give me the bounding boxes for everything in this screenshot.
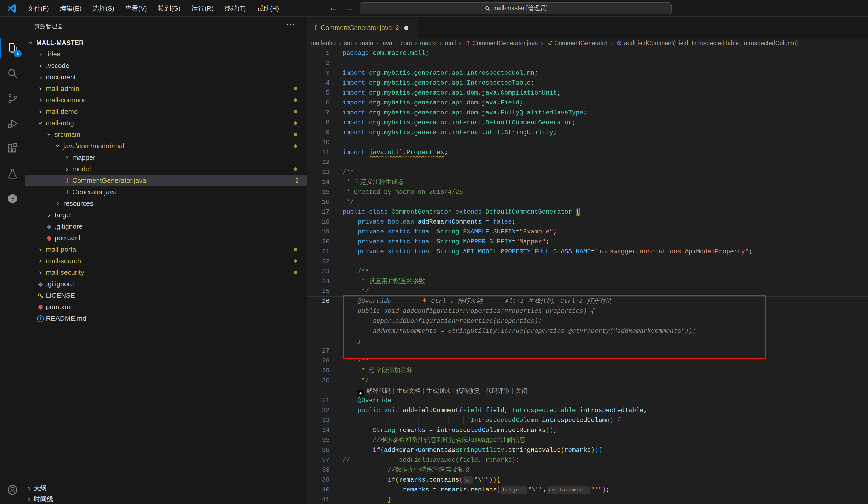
code-line-8[interactable]: 8import org.mybatis.generator.internal.D… [307,118,868,128]
menu-item[interactable]: 帮助(H) [251,0,285,17]
account-icon[interactable] [0,477,25,502]
code-line-20[interactable]: 20 private static final String MAPPER_SU… [307,237,868,247]
nav-back-button[interactable]: ← [327,0,339,16]
tree-item-license[interactable]: LICENSE [25,290,307,301]
code-line-17[interactable]: 17public class CommentGenerator extends … [307,207,868,217]
code-line-40[interactable]: 40 remarks = remarks.replace(target:"\""… [307,485,868,495]
code-line-31[interactable]: 31 @Override [307,395,868,405]
nav-forward-button[interactable]: → [343,0,355,16]
tree-item-java-com-macro-mall[interactable]: ›java\com\macro\mall [25,140,307,152]
code-line-36[interactable]: 36 if(addRemarkComments&&StringUtility.s… [307,445,868,455]
codelens-action[interactable]: 解释代码 [366,387,391,394]
tree-item-generator.java[interactable]: JGenerator.java [25,186,307,198]
code-line-15[interactable]: 15 * Created by macro on 2018/4/26. [307,187,868,197]
code-line-3[interactable]: 3import org.mybatis.generator.api.Intros… [307,68,868,78]
code-line-19[interactable]: 19 private static final String EXAMPLE_S… [307,227,868,237]
breadcrumb-item[interactable]: src [344,40,352,47]
code-line-5[interactable]: 5import org.mybatis.generator.api.dom.ja… [307,88,868,98]
code-line-24[interactable]: 24 * 设置用户配置的参数 [307,277,868,287]
code-line-30[interactable]: 30 */ [307,376,868,386]
tree-item-src-main[interactable]: ›src\main [25,129,307,140]
codelens-action[interactable]: 代码评审 [486,387,510,394]
tree-item-mall-security[interactable]: ›mall-security [25,267,307,278]
code-line-23[interactable]: 23 /** [307,267,868,277]
code-line-22[interactable]: 22 [307,257,868,267]
code-line-7[interactable]: 7import org.mybatis.generator.api.dom.ja… [307,108,868,118]
code-line-34[interactable]: 34 String remarks = introspectedColumn.g… [307,425,868,435]
code-line-11[interactable]: 11import java.util.Properties; [307,147,868,157]
menu-item[interactable]: 终端(T) [219,0,251,17]
menu-item[interactable]: 转到(G) [153,0,186,17]
source-control-icon[interactable] [0,86,25,111]
tree-item-target[interactable]: ›target [25,209,307,221]
tree-item-pom.xml[interactable]: pom.xml [25,232,307,244]
code-line-29[interactable]: 29 * 给字段添加注释 [307,366,868,376]
timeline-section[interactable]: ›时间线 [25,494,307,504]
code-line-9[interactable]: 9import org.mybatis.generator.internal.u… [307,128,868,137]
extensions-icon[interactable] [0,136,25,161]
search-icon[interactable] [0,61,25,86]
ai-extension-icon[interactable] [0,186,25,211]
code-line-13[interactable]: 13/** [307,167,868,177]
outline-section[interactable]: ›大纲 [25,483,307,493]
tree-item-mall-search[interactable]: ›mall-search [25,255,307,267]
code-line-12[interactable]: 12 [307,157,868,167]
breadcrumb-item[interactable]: com [401,40,412,47]
unsaved-dot-icon[interactable] [404,26,409,30]
tree-item-resources[interactable]: ›resources [25,198,307,209]
tree-item-mall-demo[interactable]: ›mall-demo [25,106,307,117]
tree-item-mall-common[interactable]: ›mall-common [25,94,307,106]
breadcrumb-item[interactable]: mall-mbg [311,40,336,47]
explorer-icon[interactable]: 1 [0,36,25,61]
breadcrumb-item[interactable]: CommentGenerator [554,40,607,47]
tree-item-model[interactable]: ›model [25,163,307,175]
code-line-18[interactable]: 18 private boolean addRemarkComments = f… [307,217,868,227]
breadcrumb-item[interactable]: java [381,40,392,47]
menu-item[interactable]: 文件(F) [22,0,54,17]
tree-item-.vscode[interactable]: ›.vscode [25,60,307,71]
tree-item-pom.xml[interactable]: pom.xml [25,301,307,312]
code-line-21[interactable]: 21 private static final String API_MODEL… [307,247,868,257]
code-line-37[interactable]: 37// addFieldJavaDoc(field, remarks); [307,455,868,465]
tree-item-readme.md[interactable]: iREADME.md [25,312,307,324]
tree-item-mall-admin[interactable]: ›mall-admin [25,83,307,94]
breadcrumb-item[interactable]: macro [420,40,437,47]
breadcrumb-item[interactable]: addFieldComment(Field, IntrospectedTable… [624,40,798,47]
tree-item-document[interactable]: ›document [25,71,307,83]
code-line-39[interactable]: 39 if(remarks.contains(s:"\"")){ [307,475,868,485]
code-line-2[interactable]: 2 [307,58,868,68]
codelens-action[interactable]: 代码修复 [456,387,480,394]
tab-commentgenerator[interactable]: J CommentGenerator.java 2 [307,17,417,38]
code-line-4[interactable]: 4import org.mybatis.generator.api.Intros… [307,78,868,88]
tree-item-commentgenerator.java[interactable]: JCommentGenerator.java2 [25,175,307,186]
code-line-35[interactable]: 35 //根据参数和备注信息判断是否添加swagger注解信息 [307,435,868,445]
breadcrumb-item[interactable]: main [360,40,373,47]
code-line-6[interactable]: 6import org.mybatis.generator.api.dom.ja… [307,98,868,108]
menu-item[interactable]: 编辑(E) [54,0,87,17]
code-line-10[interactable]: 10 [307,137,868,147]
code-line-16[interactable]: 16 */ [307,197,868,207]
tree-item-.gitignore[interactable]: ◆.gitignore [25,221,307,232]
menu-item[interactable]: 运行(R) [186,0,219,17]
menu-item[interactable]: 查看(V) [120,0,153,17]
tree-item-.idea[interactable]: ›.idea [25,48,307,60]
code-line-1[interactable]: 1package com.macro.mall; [307,48,868,58]
command-center-search[interactable]: mall-master [管理员] [360,2,672,14]
code-line-14[interactable]: 14 * 自定义注释生成器 [307,177,868,187]
codelens-action[interactable]: 生成测试 [426,387,450,394]
code-line-41[interactable]: 41 } [307,495,868,504]
code-line-33[interactable]: 33 IntrospectedColumn introspectedColumn… [307,415,868,425]
tree-item-.gitignore[interactable]: ◆.gitignore [25,278,307,290]
code-area[interactable]: 1package com.macro.mall;23import org.myb… [307,48,868,504]
code-line-38[interactable]: 38 //数据库中特殊字符需要转义 [307,465,868,475]
codelens-action[interactable]: 生成文档 [396,387,421,394]
tree-item-mall-mbg[interactable]: ›mall-mbg [25,117,307,129]
tree-item-mapper[interactable]: ›mapper [25,152,307,163]
breadcrumb-item[interactable]: CommentGenerator.java [472,40,538,47]
tree-root-mall-master[interactable]: ›MALL-MASTER [25,37,307,48]
code-line-32[interactable]: 32 public void addFieldComment(Field fie… [307,405,868,415]
testing-icon[interactable] [0,161,25,186]
run-debug-icon[interactable] [0,111,25,136]
more-actions-icon[interactable]: ··· [286,20,296,29]
codelens-row[interactable]: ◆解释代码|生成文档|生成测试|代码修复|代码评审|关闭 [307,386,868,395]
